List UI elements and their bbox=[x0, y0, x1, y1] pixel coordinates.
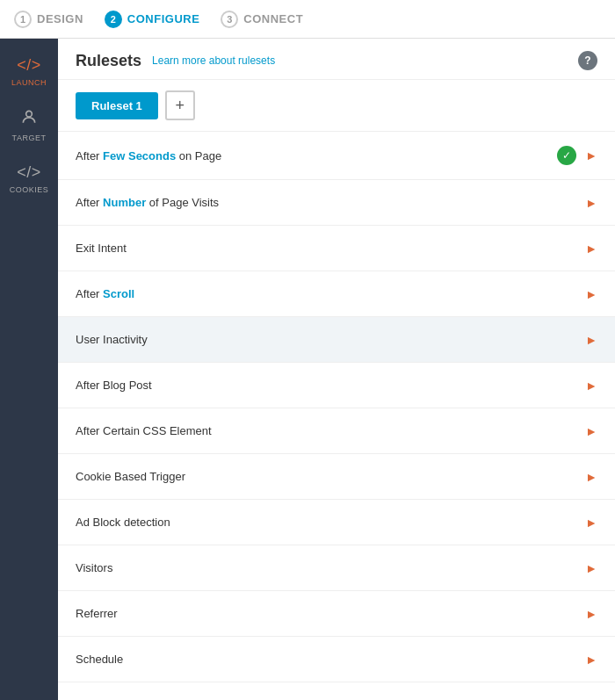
rule-item-ad-block[interactable]: Ad Block detection► bbox=[58, 500, 615, 545]
rules-list: After Few Seconds on Page✓►After Number … bbox=[58, 132, 615, 700]
rule-label-few-seconds: After Few Seconds on Page bbox=[76, 149, 221, 162]
sidebar-item-label-cookies: COOKIES bbox=[10, 185, 49, 194]
chevron-icon-css-element: ► bbox=[585, 424, 597, 438]
rule-item-visitors[interactable]: Visitors► bbox=[58, 545, 615, 591]
nav-step-configure[interactable]: 2 CONFIGURE bbox=[105, 11, 200, 28]
rule-item-user-inactivity[interactable]: User Inactivity► bbox=[58, 317, 615, 363]
rule-item-few-seconds[interactable]: After Few Seconds on Page✓► bbox=[58, 132, 615, 180]
rule-item-exit-intent[interactable]: Exit Intent► bbox=[58, 226, 615, 271]
rule-right-referrer: ► bbox=[585, 607, 597, 621]
step-num-connect: 3 bbox=[221, 11, 238, 28]
cookies-icon: </> bbox=[17, 163, 41, 182]
rule-right-user-inactivity: ► bbox=[585, 333, 597, 347]
rule-label-ad-block: Ad Block detection bbox=[76, 516, 170, 529]
rule-right-after-scroll: ► bbox=[585, 287, 597, 301]
chevron-icon-referrer: ► bbox=[585, 607, 597, 621]
add-tab-button[interactable]: + bbox=[165, 90, 195, 120]
sidebar-item-target[interactable]: TARGET bbox=[0, 97, 58, 153]
help-icon[interactable]: ? bbox=[578, 51, 597, 70]
rule-right-schedule: ► bbox=[585, 653, 597, 667]
rule-right-few-seconds: ✓► bbox=[557, 146, 597, 165]
chevron-icon-few-seconds: ► bbox=[585, 148, 597, 162]
chevron-icon-exit-intent: ► bbox=[585, 242, 597, 256]
rule-label-referrer: Referrer bbox=[76, 607, 118, 620]
target-icon bbox=[20, 108, 38, 130]
nav-step-connect[interactable]: 3 CONNECT bbox=[221, 11, 303, 28]
rule-right-page-visits: ► bbox=[585, 196, 597, 210]
rule-label-blog-post: After Blog Post bbox=[76, 379, 152, 392]
rule-label-after-scroll: After Scroll bbox=[76, 287, 134, 300]
rule-right-cookie-trigger: ► bbox=[585, 470, 597, 484]
chevron-icon-user-inactivity: ► bbox=[585, 333, 597, 347]
step-label-design: DESIGN bbox=[37, 12, 83, 25]
page-title: Rulesets bbox=[76, 52, 141, 70]
rule-item-referrer[interactable]: Referrer► bbox=[58, 591, 615, 637]
main-content: Rulesets Learn more about rulesets ? Rul… bbox=[58, 39, 615, 700]
rule-item-page-visits[interactable]: After Number of Page Visits► bbox=[58, 180, 615, 226]
sidebar-item-cookies[interactable]: </> COOKIES bbox=[0, 153, 58, 205]
rule-right-exit-intent: ► bbox=[585, 242, 597, 256]
chevron-icon-page-visits: ► bbox=[585, 196, 597, 210]
rule-right-visitors: ► bbox=[585, 561, 597, 575]
rule-label-schedule: Schedule bbox=[76, 653, 123, 666]
rule-item-css-element[interactable]: After Certain CSS Element► bbox=[58, 408, 615, 454]
rule-item-on-click[interactable]: On Click► bbox=[58, 682, 615, 700]
learn-link[interactable]: Learn more about rulesets bbox=[152, 54, 275, 67]
header-left: Rulesets Learn more about rulesets bbox=[76, 52, 275, 70]
rule-right-css-element: ► bbox=[585, 424, 597, 438]
check-icon-few-seconds: ✓ bbox=[557, 146, 576, 165]
launch-icon: </> bbox=[17, 56, 41, 75]
rule-label-exit-intent: Exit Intent bbox=[76, 242, 127, 255]
rule-right-blog-post: ► bbox=[585, 379, 597, 393]
step-num-design: 1 bbox=[14, 11, 32, 28]
sidebar: </> LAUNCH TARGET </> COOKIES bbox=[0, 39, 58, 700]
rule-label-user-inactivity: User Inactivity bbox=[76, 333, 148, 346]
step-label-connect: CONNECT bbox=[243, 12, 303, 25]
rule-label-cookie-trigger: Cookie Based Trigger bbox=[76, 470, 185, 483]
chevron-icon-cookie-trigger: ► bbox=[585, 470, 597, 484]
sidebar-item-launch[interactable]: </> LAUNCH bbox=[0, 46, 58, 97]
rule-item-after-scroll[interactable]: After Scroll► bbox=[58, 271, 615, 317]
rule-item-blog-post[interactable]: After Blog Post► bbox=[58, 363, 615, 408]
chevron-icon-ad-block: ► bbox=[585, 516, 597, 530]
rule-item-cookie-trigger[interactable]: Cookie Based Trigger► bbox=[58, 454, 615, 500]
main-header: Rulesets Learn more about rulesets ? bbox=[58, 39, 615, 80]
rule-right-ad-block: ► bbox=[585, 516, 597, 530]
top-nav: 1 DESIGN 2 CONFIGURE 3 CONNECT bbox=[0, 0, 615, 39]
tab-ruleset1[interactable]: Ruleset 1 bbox=[76, 92, 158, 119]
rule-label-visitors: Visitors bbox=[76, 561, 112, 574]
tabs-row: Ruleset 1 + bbox=[58, 80, 615, 132]
chevron-icon-schedule: ► bbox=[585, 653, 597, 667]
sidebar-item-label-launch: LAUNCH bbox=[11, 78, 47, 87]
rule-item-schedule[interactable]: Schedule► bbox=[58, 637, 615, 682]
svg-point-0 bbox=[26, 111, 33, 117]
chevron-icon-after-scroll: ► bbox=[585, 287, 597, 301]
rule-label-page-visits: After Number of Page Visits bbox=[76, 196, 219, 209]
step-label-configure: CONFIGURE bbox=[127, 12, 200, 25]
nav-step-design[interactable]: 1 DESIGN bbox=[14, 11, 83, 28]
step-num-configure: 2 bbox=[105, 11, 122, 28]
rule-label-css-element: After Certain CSS Element bbox=[76, 424, 212, 437]
main-layout: </> LAUNCH TARGET </> COOKIES Rulesets L… bbox=[0, 39, 615, 700]
sidebar-item-label-target: TARGET bbox=[12, 134, 47, 142]
chevron-icon-visitors: ► bbox=[585, 561, 597, 575]
chevron-icon-blog-post: ► bbox=[585, 379, 597, 393]
